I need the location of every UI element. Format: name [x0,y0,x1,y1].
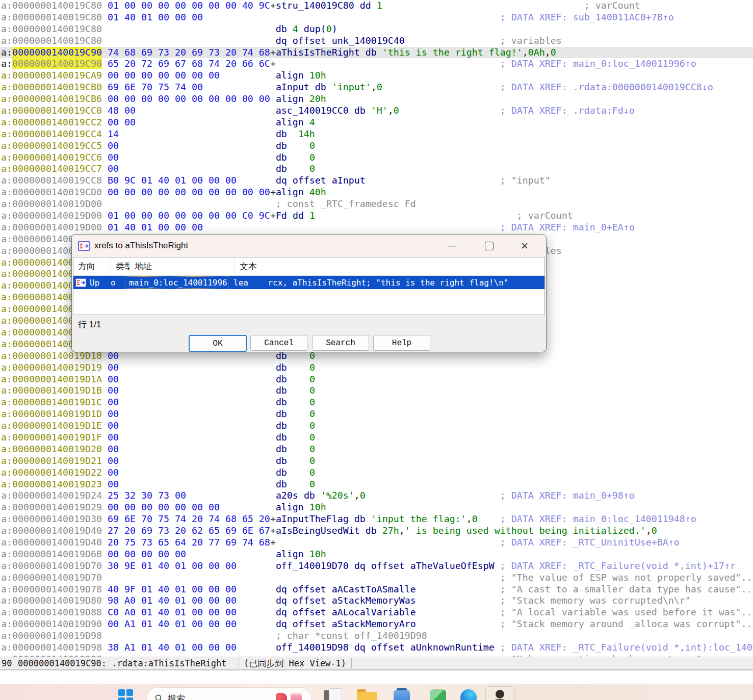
listing-line[interactable]: a:0000000140019D23 00 db 0 [0,479,753,490]
listing-line[interactable]: a:0000000140019D1B 00 db 0 [0,385,753,397]
file-explorer-icon[interactable] [357,688,375,700]
row-count-label: 行 1/1 [78,319,101,330]
gift-icon [291,693,302,700]
avatar-head [496,690,504,698]
search-label: 搜索 [168,693,185,700]
listing-line[interactable]: a:0000000140019CA9 00 00 00 00 00 00 00 … [0,70,753,82]
help-button[interactable]: Help [373,335,430,351]
status-separator [14,658,14,668]
user-avatar[interactable] [485,686,515,700]
listing-line[interactable]: a:0000000140019D1E 00 db 0 [0,420,753,432]
listing-line[interactable]: a:0000000140019D00 ; const _RTC_framedes… [0,198,753,210]
listing-line[interactable]: a:0000000140019D78 40 9F 01 40 01 00 00 … [0,584,753,595]
search-icon [155,694,163,700]
listing-line[interactable]: a:0000000140019D30 69 6E 70 75 74 20 74 … [0,513,753,525]
listing-line[interactable]: a:0000000140019D40 27 20 69 73 20 62 65 … [0,525,753,537]
status-sync: (已同步到 Hex View-1) [244,657,346,669]
listing-line[interactable]: a:0000000140019D1F 00 db 0 [0,432,753,444]
xref-address: main_0:loc_140011996 [124,276,229,289]
listing-line[interactable]: a:0000000140019CC7 00 db 0 [0,163,753,175]
listing-line[interactable]: a:0000000140019D00 01 40 01 00 00 00 ; D… [0,222,753,234]
recycle-bin-icon[interactable] [393,688,411,700]
listing-line[interactable]: a:0000000140019D98 38 A1 01 40 01 00 00 … [0,642,753,654]
listing-line[interactable]: a:0000000140019C80 01 00 00 00 00 00 00 … [0,0,753,12]
listing-line[interactable]: a:0000000140019D70 30 9E 01 40 01 00 00 … [0,560,753,572]
listing-line[interactable]: a:0000000140019C90 74 68 69 73 20 69 73 … [0,47,753,59]
status-location: 0000000140019C90: .rdata:aThisIsTheRight [18,657,226,669]
listing-line[interactable]: a:0000000140019D1C 00 db 0 [0,397,753,408]
listing-line[interactable]: a:0000000140019D20 00 db 0 [0,444,753,455]
xref-list-header: 方向 类型 地址 文本 [73,257,544,276]
listing-line[interactable]: a:0000000140019D24 25 32 30 73 00 a20s d… [0,490,753,502]
festive-icons [276,693,302,700]
xrefs-dialog: xrefs to aThisIsTheRight — ✕ 方向 类型 地址 文本… [71,234,547,352]
listing-line[interactable]: a:0000000140019CC6 00 db 0 [0,152,753,164]
listing-line[interactable]: a:0000000140019D6B 00 00 00 00 00 align … [0,549,753,560]
status-left-fragment: 90 [2,657,12,669]
listing-line[interactable]: a:0000000140019D70 ; "The value of ESP w… [0,572,753,584]
listing-line[interactable]: a:0000000140019C80 dq offset unk_140019C… [0,35,753,47]
listing-line[interactable]: a:0000000140019D1A 00 db 0 [0,374,753,385]
column-header-address[interactable]: 地址 [130,257,235,275]
xref-list: 方向 类型 地址 文本 Up o main_0:loc_140011996 le… [73,257,545,315]
flower-icon [276,693,287,700]
column-header-direction[interactable]: 方向 [73,257,111,275]
search-button[interactable]: Search [312,335,369,351]
column-header-text[interactable]: 文本 [235,257,544,275]
task-view-icon[interactable] [323,688,341,700]
column-header-type[interactable]: 类型 [111,257,130,275]
listing-line[interactable]: a:0000000140019CC5 00 db 0 [0,140,753,152]
status-bar: 90 0000000140019C90: .rdata:aThisIsTheRi… [0,657,753,670]
maximize-button[interactable] [477,235,501,257]
minimize-button[interactable]: — [440,235,464,257]
listing-line[interactable]: a:0000000140019CC2 00 00 align 4 [0,117,753,128]
listing-line[interactable]: a:0000000140019D19 00 db 0 [0,362,753,374]
maximize-icon [485,242,494,250]
status-separator [351,658,352,668]
listing-line[interactable]: a:0000000140019D88 C0 A0 01 40 01 00 00 … [0,607,753,618]
listing-line[interactable]: a:0000000140019D22 00 db 0 [0,467,753,479]
xref-text: lea rcx, aThisIsTheRight; "this is the r… [229,276,544,289]
listing-line[interactable]: a:0000000140019D90 00 A1 01 40 01 00 00 … [0,618,753,630]
listing-line[interactable]: a:0000000140019CD0 00 00 00 00 00 00 00 … [0,187,753,198]
ok-button[interactable]: OK [189,335,247,352]
listing-line[interactable]: a:0000000140019D40 20 75 73 65 64 20 77 … [0,537,753,549]
listing-line[interactable]: a:0000000140019D1D 00 db 0 [0,408,753,420]
listing-line[interactable]: a:0000000140019D00 01 00 00 00 00 00 00 … [0,210,753,222]
listing-line[interactable]: a:0000000140019D21 00 db 0 [0,455,753,467]
xref-row-icon [75,278,87,288]
listing-line[interactable]: a:0000000140019C80 db 4 dup(0) [0,23,753,35]
listing-line[interactable]: a:0000000140019CB6 00 00 00 00 00 00 00 … [0,93,753,105]
listing-line[interactable]: a:0000000140019C90 65 20 72 69 67 68 74 … [0,58,753,70]
dialog-title-bar[interactable]: xrefs to aThisIsTheRight — ✕ [72,235,546,257]
dialog-title: xrefs to aThisIsTheRight [94,241,188,251]
xref-row-selected[interactable]: Up o main_0:loc_140011996 lea rcx, aThis… [73,276,544,289]
listing-line[interactable]: a:0000000140019D29 00 00 00 00 00 00 00 … [0,502,753,513]
listing-line[interactable]: a:0000000140019CC4 14 db 14h [0,128,753,140]
start-button[interactable] [118,689,134,700]
close-button[interactable]: ✕ [513,235,536,257]
listing-line[interactable]: a:0000000140019CB0 69 6E 70 75 74 00 aIn… [0,82,753,93]
listing-line[interactable]: a:0000000140019CC8 B0 9C 01 40 01 00 00 … [0,175,753,187]
taskbar: 搜索 [0,684,753,700]
xref-dialog-icon [78,241,90,251]
listing-line[interactable]: a:0000000140019C80 01 40 01 00 00 00 ; D… [0,12,753,23]
listing-line[interactable]: a:0000000140019CC0 48 00 asc_140019CC0 d… [0,105,753,117]
xref-type: o [106,276,124,289]
taskbar-search[interactable]: 搜索 [146,687,311,700]
excel-app-icon[interactable] [429,688,447,700]
edge-browser-icon[interactable] [459,688,478,700]
cancel-button[interactable]: Cancel [250,335,307,351]
status-separator [239,658,239,668]
listing-line[interactable]: a:0000000140019D98 ; char *const off_140… [0,630,753,642]
xref-direction: Up [90,278,99,288]
listing-line[interactable]: a:0000000140019D80 98 A0 01 40 01 00 00 … [0,595,753,607]
